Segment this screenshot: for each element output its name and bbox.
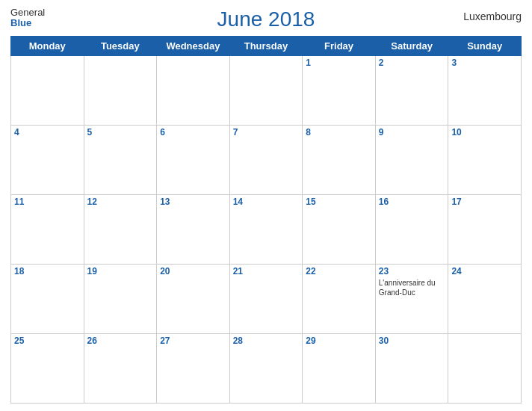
day-number: 12: [87, 197, 154, 207]
day-number: 20: [160, 266, 226, 276]
day-number: 15: [306, 197, 372, 207]
week-row-1: 123: [11, 56, 522, 126]
week-row-3: 11121314151617: [11, 195, 522, 265]
calendar-cell: 29: [303, 334, 376, 404]
day-number: 8: [306, 127, 372, 137]
day-number: 13: [160, 197, 226, 207]
calendar-cell: 28: [229, 334, 303, 404]
calendar-cell: [157, 56, 230, 126]
day-number: 30: [379, 336, 445, 346]
calendar-cell: 14: [229, 195, 303, 265]
day-number: 22: [306, 266, 372, 276]
calendar-cell: 4: [11, 126, 84, 195]
day-number: 5: [87, 127, 154, 137]
day-number: 2: [379, 58, 445, 68]
day-number: 1: [306, 58, 372, 68]
calendar-cell: 17: [448, 195, 522, 265]
calendar-cell: 5: [84, 126, 157, 195]
calendar-table: MondayTuesdayWednesdayThursdayFridaySatu…: [10, 36, 522, 404]
week-row-2: 45678910: [11, 126, 522, 195]
day-number: 21: [233, 266, 300, 276]
logo: General Blue: [10, 7, 45, 29]
calendar-cell: 15: [303, 195, 376, 265]
day-number: 19: [87, 266, 154, 276]
weekday-header-row: MondayTuesdayWednesdayThursdayFridaySatu…: [11, 37, 522, 56]
day-number: 14: [233, 197, 300, 207]
week-row-4: 181920212223L'anniversaire du Grand-Duc2…: [11, 265, 522, 334]
calendar-cell: 7: [229, 126, 303, 195]
day-number: 26: [87, 336, 154, 346]
calendar-cell: [229, 56, 303, 126]
week-row-5: 252627282930: [11, 334, 522, 404]
day-number: 16: [379, 197, 445, 207]
calendar-cell: 22: [303, 265, 376, 334]
day-number: 9: [379, 127, 445, 137]
day-number: 27: [160, 336, 226, 346]
weekday-header-saturday: Saturday: [375, 37, 448, 56]
day-number: 23: [379, 266, 445, 276]
day-number: 11: [14, 197, 81, 207]
day-number: 18: [14, 266, 81, 276]
calendar-cell: 8: [303, 126, 376, 195]
day-number: 24: [451, 266, 518, 276]
weekday-header-monday: Monday: [11, 37, 84, 56]
calendar-cell: 10: [448, 126, 522, 195]
calendar-cell: 25: [11, 334, 84, 404]
calendar-cell: 9: [375, 126, 448, 195]
weekday-header-wednesday: Wednesday: [157, 37, 230, 56]
weekday-header-sunday: Sunday: [448, 37, 522, 56]
calendar-cell: 24: [448, 265, 522, 334]
calendar-header: General Blue June 2018 Luxembourg: [10, 7, 522, 31]
day-number: 7: [233, 127, 300, 137]
calendar-cell: [84, 56, 157, 126]
calendar-cell: 30: [375, 334, 448, 404]
day-number: 3: [451, 58, 518, 68]
calendar-cell: 18: [11, 265, 84, 334]
calendar-cell: [11, 56, 84, 126]
calendar-cell: 12: [84, 195, 157, 265]
calendar-cell: 6: [157, 126, 230, 195]
weekday-header-friday: Friday: [303, 37, 376, 56]
country-label: Luxembourg: [463, 10, 522, 22]
day-number: 28: [233, 336, 300, 346]
weekday-header-tuesday: Tuesday: [84, 37, 157, 56]
calendar-cell: 26: [84, 334, 157, 404]
day-number: 4: [14, 127, 81, 137]
calendar-cell: 27: [157, 334, 230, 404]
calendar-cell: 19: [84, 265, 157, 334]
calendar-cell: [448, 334, 522, 404]
calendar-cell: 3: [448, 56, 522, 126]
calendar-cell: 23L'anniversaire du Grand-Duc: [375, 265, 448, 334]
weekday-header-thursday: Thursday: [229, 37, 303, 56]
calendar-cell: 2: [375, 56, 448, 126]
calendar-title: June 2018: [217, 7, 315, 31]
calendar-container: General Blue June 2018 Luxembourg Monday…: [0, 0, 532, 411]
calendar-cell: 16: [375, 195, 448, 265]
day-number: 6: [160, 127, 226, 137]
calendar-cell: 21: [229, 265, 303, 334]
logo-general-text: General: [10, 7, 45, 18]
logo-blue-text: Blue: [10, 18, 31, 28]
calendar-cell: 20: [157, 265, 230, 334]
calendar-cell: 11: [11, 195, 84, 265]
day-number: 17: [451, 197, 518, 207]
day-number: 10: [451, 127, 518, 137]
day-number: 29: [306, 336, 372, 346]
day-number: 25: [14, 336, 81, 346]
calendar-cell: 1: [303, 56, 376, 126]
day-event: L'anniversaire du Grand-Duc: [379, 278, 445, 297]
calendar-cell: 13: [157, 195, 230, 265]
